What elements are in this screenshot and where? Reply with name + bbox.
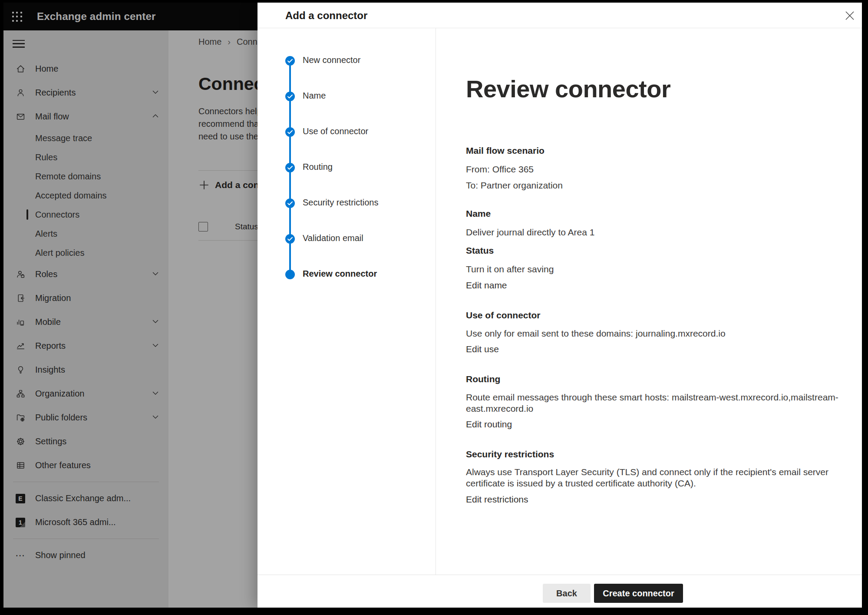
edit-routing-link[interactable]: Edit routing xyxy=(466,418,512,430)
step-label: Use of connector xyxy=(303,126,368,136)
routing-value-line2: east.mxrecord.io xyxy=(466,403,838,414)
step-complete-icon xyxy=(285,56,295,66)
back-button[interactable]: Back xyxy=(543,584,591,603)
use-of-connector-header: Use of connector xyxy=(466,309,541,321)
step-label: Validation email xyxy=(303,233,363,243)
scenario-to-value: To: Partner organization xyxy=(466,179,563,191)
exchange-admin-app: Exchange admin center Home Recipients Ma… xyxy=(3,3,862,608)
step-label: Routing xyxy=(303,162,333,172)
create-connector-button[interactable]: Create connector xyxy=(594,584,683,603)
routing-value-line1: Route email messages through these smart… xyxy=(466,392,838,403)
security-value-line2: certificate is issued by a trusted certi… xyxy=(466,478,828,489)
wizard-steps-nav: New connector Name Use of connector Rout… xyxy=(257,28,436,575)
security-value-line1: Always use Transport Layer Security (TLS… xyxy=(466,466,828,478)
name-value: Deliver journal directly to Area 1 xyxy=(466,226,594,238)
step-label: Security restrictions xyxy=(303,198,379,208)
security-restrictions-header: Security restrictions xyxy=(466,448,554,460)
step-label: Review connector xyxy=(303,269,377,279)
name-header: Name xyxy=(466,208,491,219)
review-heading: Review connector xyxy=(466,75,670,103)
step-current-icon xyxy=(285,269,295,280)
use-of-connector-value: Use only for email sent to these domains… xyxy=(466,327,726,339)
step-complete-icon xyxy=(285,162,295,173)
edit-use-link[interactable]: Edit use xyxy=(466,343,499,355)
routing-value: Route email messages through these smart… xyxy=(466,392,838,414)
add-connector-panel: Add a connector New connector Name Us xyxy=(257,3,862,608)
panel-footer: Back Create connector xyxy=(257,575,862,608)
edit-name-link[interactable]: Edit name xyxy=(466,279,507,291)
close-icon[interactable] xyxy=(843,9,856,22)
step-label: Name xyxy=(303,91,326,101)
step-complete-icon xyxy=(285,91,295,102)
edit-restrictions-link[interactable]: Edit restrictions xyxy=(466,493,528,505)
panel-title: Add a connector xyxy=(285,3,367,28)
step-complete-icon xyxy=(285,198,295,208)
step-label: New connector xyxy=(303,55,360,65)
step-complete-icon xyxy=(285,127,295,137)
step-complete-icon xyxy=(285,234,295,244)
security-restrictions-value: Always use Transport Layer Security (TLS… xyxy=(466,466,828,489)
review-connector-content: Review connector Mail flow scenario From… xyxy=(466,3,845,575)
mail-flow-scenario-header: Mail flow scenario xyxy=(466,145,545,156)
scenario-from-value: From: Office 365 xyxy=(466,163,534,175)
routing-header: Routing xyxy=(466,373,500,385)
status-header: Status xyxy=(466,245,494,256)
status-value: Turn it on after saving xyxy=(466,263,554,275)
